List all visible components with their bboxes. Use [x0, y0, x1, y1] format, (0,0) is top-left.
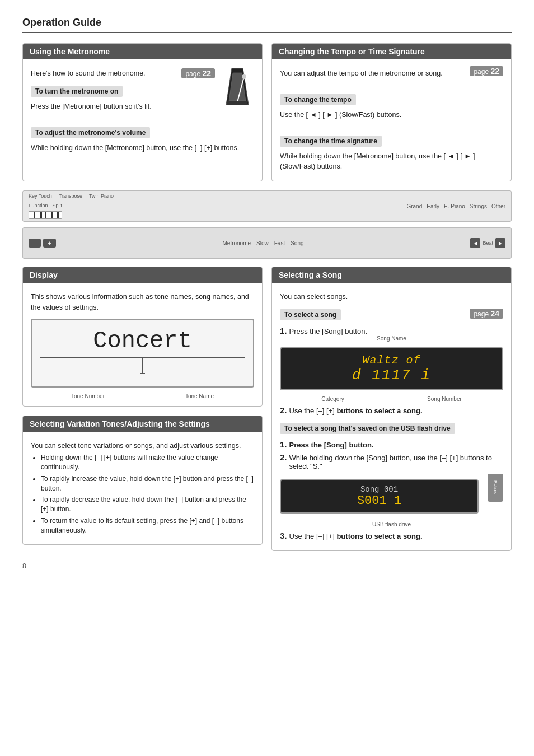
selecting-song-panel: Selecting a Song You can select songs. T… — [271, 267, 512, 551]
usb-label: To select a song that's saved on the USB… — [280, 423, 455, 434]
tempo-page-badge: page 22 — [470, 66, 503, 76]
piano-strip-left: Key Touch Transpose Twin Piano Function … — [29, 193, 114, 219]
turn-on-label: To turn the metronome on — [31, 86, 123, 97]
usb-display-col: Song 001 S001 1 — [280, 474, 479, 519]
adjust-vol-text: While holding down the [Metronome] butto… — [31, 143, 254, 153]
tone-number-label: Tone Number — [71, 393, 105, 399]
metronome-image — [221, 63, 254, 108]
metronome-panel-body: page 22 Here's how to sound the metronom… — [23, 59, 262, 162]
display-labels: Tone Number Tone Name — [31, 393, 254, 399]
metronome-panel-header: Using the Metronome — [23, 44, 262, 59]
usb-icon-col: Roland — [488, 474, 503, 502]
song-display: Waltz of d 1117 i — [280, 347, 503, 390]
step3-text: Use the [–] [+] buttons to select a song… — [289, 532, 423, 540]
step1-num: 1. — [280, 326, 287, 335]
variation-bullet-4: To return the value to its default setti… — [41, 516, 254, 535]
beat-label: Beat — [483, 240, 493, 246]
metronome-ctrl-label[interactable]: Metronome — [222, 240, 251, 246]
display-concert-text: Concert — [40, 328, 245, 358]
minus-button[interactable]: – — [29, 239, 41, 248]
usb-step2-row: 2. While holding down the [Song] button,… — [280, 452, 503, 470]
variation-bullet-2: To rapidly increase the value, hold down… — [41, 474, 254, 493]
usb-step2-num: 2. — [280, 452, 287, 462]
piano-category-grand[interactable]: Grand — [406, 203, 422, 209]
song-display-labels: Category Song Number — [280, 396, 503, 402]
sub-tab-split[interactable]: Split — [53, 203, 63, 208]
variation-panel-body: You can select tone variations or songs,… — [23, 432, 262, 544]
metronome-page-badge: page 22 — [181, 68, 215, 78]
right-controls: Metronome Slow Fast Song — [222, 240, 303, 246]
tempo-panel-header: Changing the Tempo or Time Signature — [272, 44, 511, 59]
piano-category-other[interactable]: Other — [491, 203, 505, 209]
fast-ctrl-label[interactable]: Fast — [274, 240, 285, 246]
metronome-content: page 22 Here's how to sound the metronom… — [31, 68, 254, 155]
display-panel-header: Display — [23, 267, 262, 283]
variation-bullets: Holding down the [–] [+] buttons will ma… — [31, 453, 254, 535]
bottom-control-strip: – + Metronome Slow Fast Song ◄ Beat ► — [22, 227, 512, 259]
display-panel: Display This shows various information s… — [22, 267, 263, 407]
variation-panel: Selecting Variation Tones/Adjusting the … — [22, 416, 263, 545]
display-screen: Concert — [31, 319, 254, 388]
piano-category-early[interactable]: Early — [427, 203, 439, 209]
variation-intro: You can select tone variations or songs,… — [31, 441, 254, 451]
prev-arrow[interactable]: ◄ — [470, 238, 480, 248]
step1-row: 1. Press the [Song] button. — [280, 326, 503, 335]
svg-rect-4 — [227, 101, 247, 105]
usb-display: Song 001 S001 1 — [280, 479, 479, 514]
usb-icon: Roland — [488, 474, 503, 502]
usb-step1-num: 1. — [280, 440, 287, 449]
tab-key-touch[interactable]: Key Touch — [29, 193, 52, 199]
slow-ctrl-label[interactable]: Slow — [256, 240, 269, 246]
usb-step1-row: 1. Press the [Song] button. — [280, 440, 503, 449]
song-display-bottom: d 1117 i — [287, 367, 496, 384]
tab-twin-piano[interactable]: Twin Piano — [89, 193, 114, 199]
change-sig-label: To change the time signature — [280, 136, 382, 147]
page-title: Operation Guide — [22, 17, 512, 33]
display-panel-body: This shows various information such as t… — [23, 283, 262, 406]
usb-step2-text: While holding down the [Song] button, us… — [289, 454, 503, 470]
piano-category-strings[interactable]: Strings — [470, 203, 487, 209]
step1-text: Press the [Song] button. — [289, 327, 367, 335]
song-number-label: Song Number — [427, 396, 462, 402]
display-intro: This shows various information such as t… — [31, 292, 254, 313]
usb-display-row: Song 001 S001 1 Roland — [280, 474, 503, 519]
change-tempo-label: To change the tempo — [280, 94, 356, 105]
left-col: Display This shows various information s… — [22, 267, 263, 551]
spacer — [22, 259, 512, 267]
change-tempo-text: Use the [ ◄ ] [ ► ] (Slow/Fast) buttons. — [280, 110, 503, 120]
step3-num: 3. — [280, 531, 287, 540]
page-container: Operation Guide Using the Metronome — [0, 0, 534, 587]
piano-strip-right: Grand Early E. Piano Strings Other — [406, 203, 505, 209]
plus-button[interactable]: + — [43, 239, 55, 248]
step3-row: 3. Use the [–] [+] buttons to select a s… — [280, 531, 503, 540]
step2-row: 2. Use the [–] [+] buttons to select a s… — [280, 405, 503, 415]
variation-panel-header: Selecting Variation Tones/Adjusting the … — [23, 416, 262, 432]
usb-flash-label: USB flash drive — [280, 521, 503, 528]
minus-plus-buttons: – + — [29, 239, 56, 248]
usb-step1-text: Press the [Song] button. — [289, 441, 374, 449]
select-song-label: To select a song — [280, 309, 341, 320]
svg-point-3 — [242, 74, 246, 79]
metronome-panel: Using the Metronome — [22, 43, 263, 181]
sub-tab-function[interactable]: Function — [29, 203, 48, 208]
nav-arrows: ◄ Beat ► — [470, 238, 505, 248]
piano-sub-tabs: Function Split — [29, 203, 114, 208]
tab-transpose[interactable]: Transpose — [59, 193, 82, 199]
piano-key-visual — [29, 211, 62, 219]
song-ctrl-label[interactable]: Song — [291, 240, 303, 246]
piano-category-epiano[interactable]: E. Piano — [444, 203, 465, 209]
tempo-panel-body: page 22 You can adjust the tempo of the … — [272, 59, 511, 181]
selecting-song-body: You can select songs. To select a song p… — [272, 283, 511, 550]
usb-display-bottom-text: S001 1 — [285, 494, 473, 508]
select-song-row: To select a song page 24 — [280, 305, 503, 323]
display-cursor — [40, 358, 245, 379]
song-page-badge: page 24 — [470, 309, 503, 319]
adjust-vol-label: To adjust the metronome's volume — [31, 127, 150, 138]
variation-bullet-3: To rapidly decrease the value, hold down… — [41, 495, 254, 514]
piano-strip: Key Touch Transpose Twin Piano Function … — [22, 190, 512, 222]
category-label: Category — [321, 396, 344, 402]
tone-name-label: Tone Name — [185, 393, 214, 399]
song-display-top: Waltz of — [287, 354, 496, 367]
variation-bullet-1: Holding down the [–] [+] buttons will ma… — [41, 453, 254, 472]
next-arrow[interactable]: ► — [495, 238, 505, 248]
